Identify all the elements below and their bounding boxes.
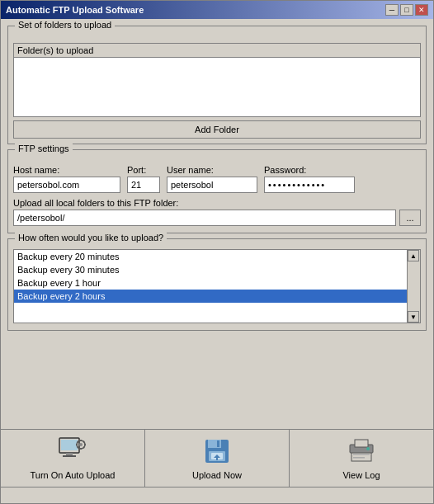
svg-rect-1 bbox=[61, 440, 78, 450]
browse-button[interactable]: ... bbox=[399, 210, 421, 226]
ftp-settings-group: FTP settings Host name: Port: User name:… bbox=[7, 149, 427, 233]
port-label: Port: bbox=[127, 165, 160, 175]
schedule-list[interactable]: Backup every 20 minutesBackup every 30 m… bbox=[13, 249, 421, 323]
ftp-folder-label: Upload all local folders to this FTP fol… bbox=[13, 198, 421, 208]
folder-list[interactable]: Folder(s) to upload bbox=[13, 43, 421, 117]
port-field: Port: bbox=[127, 165, 160, 193]
svg-rect-2 bbox=[66, 453, 73, 455]
add-folder-button[interactable]: Add Folder bbox=[13, 120, 421, 139]
svg-point-27 bbox=[366, 447, 370, 450]
folders-group: Set of folders to upload Folder(s) to up… bbox=[7, 26, 427, 144]
schedule-item[interactable]: Backup every 1 hour bbox=[14, 276, 420, 290]
view-log-icon bbox=[345, 436, 378, 467]
schedule-item[interactable]: Backup every 2 hours bbox=[14, 290, 420, 303]
auto-upload-button[interactable]: Turn On Auto Upload bbox=[1, 430, 145, 487]
svg-line-13 bbox=[83, 441, 84, 442]
password-field: Password: bbox=[264, 165, 355, 193]
window-title: Automatic FTP Upload Software bbox=[6, 5, 144, 15]
auto-upload-label: Turn On Auto Upload bbox=[31, 470, 116, 480]
maximize-button[interactable]: □ bbox=[400, 4, 413, 16]
ftp-folder-input[interactable] bbox=[13, 210, 396, 226]
schedule-item[interactable]: Backup every 20 minutes bbox=[14, 250, 420, 263]
folder-list-header: Folder(s) to upload bbox=[14, 44, 420, 58]
view-log-button[interactable]: View Log bbox=[290, 430, 433, 487]
upload-now-button[interactable]: Upload Now bbox=[145, 430, 290, 487]
username-field: User name: bbox=[167, 165, 257, 193]
username-label: User name: bbox=[167, 165, 257, 175]
status-bar bbox=[1, 487, 433, 503]
ftp-folder-row: ... bbox=[13, 210, 421, 226]
action-bar: Turn On Auto Upload Upload Now bbox=[1, 429, 433, 487]
username-input[interactable] bbox=[167, 177, 257, 193]
svg-rect-16 bbox=[217, 440, 219, 447]
svg-rect-3 bbox=[63, 455, 76, 457]
title-bar: Automatic FTP Upload Software ─ □ ✕ bbox=[1, 1, 433, 19]
minimize-button[interactable]: ─ bbox=[385, 4, 399, 16]
port-input[interactable] bbox=[127, 177, 160, 193]
scroll-down-button[interactable]: ▼ bbox=[408, 311, 419, 323]
upload-now-icon bbox=[200, 436, 234, 467]
window-controls: ─ □ ✕ bbox=[385, 4, 428, 16]
scrollbar[interactable]: ▲ ▼ bbox=[407, 250, 420, 323]
schedule-group: How often would you like to upload? Back… bbox=[7, 238, 427, 331]
svg-line-10 bbox=[78, 441, 78, 442]
svg-rect-23 bbox=[353, 454, 370, 455]
svg-rect-26 bbox=[355, 440, 368, 447]
svg-rect-24 bbox=[353, 457, 365, 459]
svg-rect-20 bbox=[216, 458, 218, 460]
ftp-settings-label: FTP settings bbox=[15, 144, 73, 153]
main-content: Set of folders to upload Folder(s) to up… bbox=[1, 19, 433, 426]
schedule-item[interactable]: Backup every 30 minutes bbox=[14, 263, 420, 276]
password-label: Password: bbox=[264, 165, 355, 175]
upload-now-label: Upload Now bbox=[192, 470, 242, 480]
ftp-folder-section: Upload all local folders to this FTP fol… bbox=[13, 198, 421, 226]
password-input[interactable] bbox=[264, 177, 355, 193]
folders-group-label: Set of folders to upload bbox=[15, 20, 115, 30]
host-field: Host name: bbox=[13, 165, 120, 193]
schedule-items-container: Backup every 20 minutesBackup every 30 m… bbox=[14, 250, 420, 303]
svg-point-5 bbox=[79, 443, 83, 446]
schedule-label: How often would you like to upload? bbox=[15, 233, 167, 243]
view-log-label: View Log bbox=[342, 470, 380, 480]
ftp-main-row: Host name: Port: User name: Password: bbox=[13, 165, 421, 193]
host-label: Host name: bbox=[13, 165, 120, 175]
host-input[interactable] bbox=[13, 177, 120, 193]
scroll-up-button[interactable]: ▲ bbox=[408, 250, 419, 261]
auto-upload-icon bbox=[56, 436, 89, 467]
svg-line-11 bbox=[83, 447, 84, 448]
close-button[interactable]: ✕ bbox=[415, 4, 428, 16]
main-window: Automatic FTP Upload Software ─ □ ✕ Set … bbox=[0, 0, 434, 504]
svg-line-12 bbox=[78, 447, 78, 448]
